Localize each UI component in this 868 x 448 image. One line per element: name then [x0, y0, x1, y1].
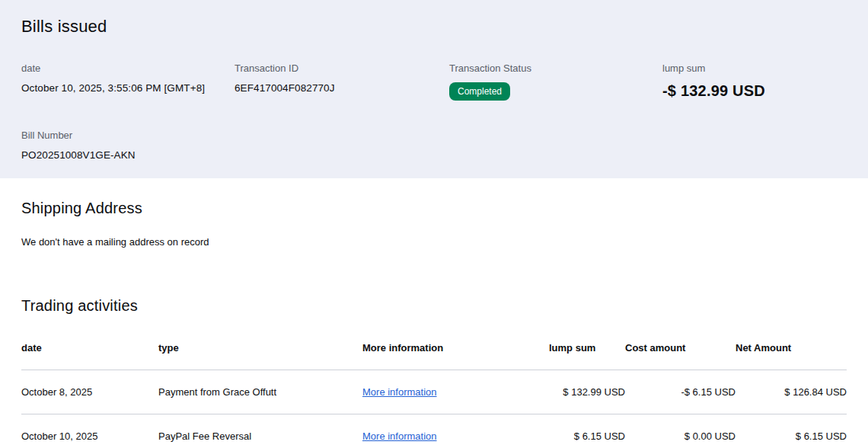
row-date: October 8, 2025	[21, 370, 158, 414]
field-transaction-id-label: Transaction ID	[235, 62, 442, 74]
row-date: October 10, 2025	[21, 414, 158, 448]
field-bill-number-value: PO20251008V1GE-AKN	[21, 149, 227, 161]
field-transaction-id-value: 6EF417004F082770J	[235, 82, 442, 94]
column-header-lump-sum: lump sum	[549, 327, 625, 370]
field-transaction-id: Transaction ID 6EF417004F082770J	[235, 62, 449, 101]
table-row: October 10, 2025 PayPal Fee Reversal Mor…	[21, 414, 847, 448]
row-more-information-cell: More information	[362, 414, 549, 448]
shipping-address-section: Shipping Address We don't have a mailing…	[0, 178, 868, 248]
status-badge: Completed	[449, 82, 510, 101]
field-date: date October 10, 2025, 3:55:06 PM [GMT+8…	[21, 62, 235, 101]
field-transaction-status-label: Transaction Status	[449, 62, 655, 74]
row-net-amount: $ 6.15 USD	[736, 414, 847, 448]
field-transaction-status: Transaction Status Completed	[449, 62, 662, 101]
row-cost-amount: -$ 6.15 USD	[625, 370, 736, 414]
row-type: PayPal Fee Reversal	[158, 414, 362, 448]
field-lump-sum-value: -$ 132.99 USD	[662, 82, 839, 100]
column-header-date: date	[21, 327, 158, 370]
shipping-address-heading: Shipping Address	[21, 200, 847, 217]
more-information-link[interactable]: More information	[362, 430, 437, 442]
field-bill-number: Bill Number PO20251008V1GE-AKN	[21, 130, 235, 161]
summary-fields-row-2: Bill Number PO20251008V1GE-AKN	[21, 130, 847, 161]
row-lump-sum: $ 6.15 USD	[549, 414, 625, 448]
field-date-label: date	[21, 62, 227, 74]
row-type: Payment from Grace Offutt	[158, 370, 362, 414]
field-date-value: October 10, 2025, 3:55:06 PM [GMT+8]	[21, 82, 227, 94]
column-header-cost-amount: Cost amount	[625, 327, 736, 370]
trading-activities-heading: Trading activities	[21, 297, 847, 315]
table-row: October 8, 2025 Payment from Grace Offut…	[21, 370, 847, 414]
page-title: Bills issued	[21, 17, 847, 37]
column-header-type: type	[158, 327, 362, 370]
row-cost-amount: $ 0.00 USD	[625, 414, 736, 448]
column-header-more-information: More information	[362, 327, 549, 370]
column-header-net-amount: Net Amount	[736, 327, 847, 370]
trading-activities-section: Trading activities date type More inform…	[0, 248, 868, 448]
row-net-amount: $ 126.84 USD	[736, 370, 847, 414]
field-lump-sum: lump sum -$ 132.99 USD	[662, 62, 847, 101]
more-information-link[interactable]: More information	[362, 386, 437, 398]
row-more-information-cell: More information	[362, 370, 549, 414]
transaction-summary-panel: Bills issued date October 10, 2025, 3:55…	[0, 0, 868, 178]
row-lump-sum: $ 132.99 USD	[549, 370, 625, 414]
shipping-address-message: We don't have a mailing address on recor…	[21, 236, 847, 248]
trading-activities-table: date type More information lump sum Cost…	[21, 327, 847, 448]
field-bill-number-label: Bill Number	[21, 130, 227, 141]
field-lump-sum-label: lump sum	[662, 62, 839, 74]
table-header-row: date type More information lump sum Cost…	[21, 327, 847, 370]
summary-fields-row-1: date October 10, 2025, 3:55:06 PM [GMT+8…	[21, 62, 847, 101]
